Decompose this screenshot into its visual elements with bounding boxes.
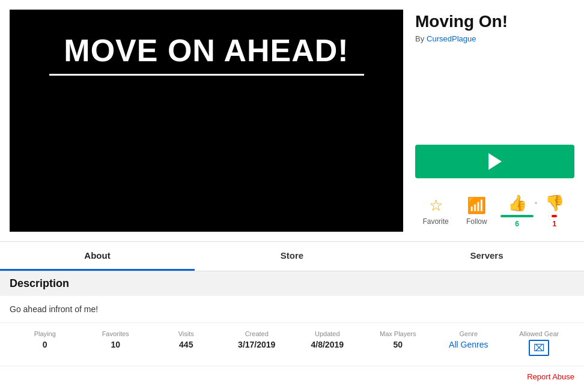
game-info-panel: Moving On! By CursedPlague ☆ Favorite	[415, 10, 574, 232]
tab-store[interactable]: Store	[195, 242, 389, 271]
stat-genre-value[interactable]: All Genres	[449, 340, 488, 349]
author-link[interactable]: CursedPlague	[427, 34, 476, 43]
like-side: 👍 6	[500, 194, 535, 228]
report-abuse-link[interactable]: Report Abuse	[527, 372, 574, 381]
dislike-side: 👎 1	[537, 194, 572, 228]
follow-label: Follow	[466, 217, 487, 226]
like-icon[interactable]: 👍	[508, 194, 527, 213]
stat-playing-value: 0	[43, 340, 47, 349]
dislike-bar	[552, 215, 557, 217]
stat-max-players-value: 50	[393, 340, 403, 349]
follow-button[interactable]: 📶 Follow	[456, 193, 497, 229]
stat-genre-label: Genre	[459, 330, 478, 337]
stat-allowed-gear: Allowed Gear ⌧	[504, 330, 575, 356]
stat-genre: Genre All Genres	[433, 330, 504, 356]
description-content: Go ahead infront of me!	[0, 296, 584, 322]
thumbnail-title: MOVE ON AHEAD!	[49, 34, 364, 76]
author-prefix: By	[415, 34, 424, 43]
stats-row: Playing 0 Favorites 10 Visits 445 Create…	[0, 322, 584, 366]
stat-visits-label: Visits	[178, 330, 194, 337]
stat-created-value: 3/17/2019	[238, 340, 275, 349]
stat-allowed-gear-value: ⌧	[529, 340, 549, 356]
stat-created: Created 3/17/2019	[222, 330, 293, 356]
tabs-section: About Store Servers	[0, 241, 584, 271]
description-text: Go ahead infront of me!	[10, 304, 98, 314]
play-icon	[488, 153, 502, 170]
favorite-label: Favorite	[422, 217, 448, 226]
action-bar: ☆ Favorite 📶 Follow 👍 6	[415, 190, 574, 232]
vote-group: 👍 6 👎 1	[497, 190, 575, 232]
game-thumbnail: MOVE ON AHEAD!	[10, 10, 403, 232]
favorite-icon: ☆	[429, 196, 443, 215]
stat-allowed-gear-label: Allowed Gear	[519, 330, 559, 337]
follow-icon: 📶	[467, 196, 486, 215]
game-title: Moving On!	[415, 12, 574, 31]
stat-max-players-label: Max Players	[380, 330, 416, 337]
stat-visits: Visits 445	[151, 330, 222, 356]
favorite-button[interactable]: ☆ Favorite	[415, 193, 456, 229]
stat-visits-value: 445	[179, 340, 193, 349]
about-section: Description	[0, 271, 584, 296]
dislike-count: 1	[553, 220, 557, 228]
stat-favorites-value: 10	[111, 340, 120, 349]
top-section: MOVE ON AHEAD! Moving On! By CursedPlagu…	[0, 0, 584, 241]
stat-updated: Updated 4/8/2019	[292, 330, 363, 356]
description-heading: Description	[10, 277, 574, 290]
stat-favorites: Favorites 10	[81, 330, 151, 356]
report-row: Report Abuse	[0, 366, 584, 387]
stat-max-players: Max Players 50	[363, 330, 434, 356]
stat-playing: Playing 0	[10, 330, 81, 356]
info-spacer	[415, 50, 574, 145]
play-button[interactable]	[415, 145, 574, 178]
tabs-row: About Store Servers	[0, 242, 584, 271]
dislike-icon[interactable]: 👎	[545, 194, 564, 213]
tab-about[interactable]: About	[0, 242, 195, 271]
page-wrapper: MOVE ON AHEAD! Moving On! By CursedPlagu…	[0, 0, 584, 387]
stat-playing-label: Playing	[34, 330, 56, 337]
stat-updated-value: 4/8/2019	[311, 340, 344, 349]
like-count: 6	[515, 220, 519, 228]
tab-servers[interactable]: Servers	[389, 242, 584, 271]
like-bar	[500, 215, 534, 217]
stat-updated-label: Updated	[315, 330, 340, 337]
game-author-row: By CursedPlague	[415, 34, 574, 43]
stat-created-label: Created	[245, 330, 269, 337]
stat-favorites-label: Favorites	[102, 330, 129, 337]
